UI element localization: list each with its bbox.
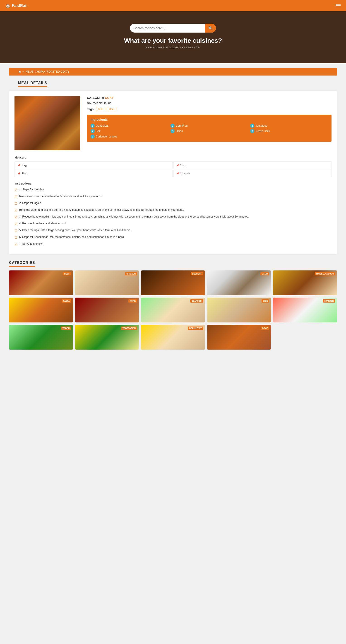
instruction-item: ☑1. Steps for the Meat: — [15, 188, 331, 192]
meal-category: CATEGORY: GOAT — [87, 96, 331, 100]
category-badge: MISCELLANEOUS — [315, 272, 335, 276]
ingredient-name: Goat Meat — [96, 124, 108, 127]
category-badge: DESSERT — [191, 272, 203, 276]
breadcrumb-separator: » — [23, 70, 25, 73]
instruction-icon: ☑ — [15, 215, 18, 220]
instruction-text: 1. Steps for the Meat: — [19, 188, 45, 192]
category-item[interactable]: SEAFOOD — [141, 298, 205, 322]
category-item[interactable]: MISCELLANEOUS — [273, 270, 337, 295]
ingredient-item: 5Onion — [170, 129, 248, 133]
breadcrumb-current: MBUZI CHOMA (ROASTED GOAT) — [26, 70, 69, 73]
ingredient-item: 6Green Chilli — [250, 129, 328, 133]
category-label: CATEGORY: — [87, 96, 104, 100]
hero-section: 🔍 What are your favorite cuisines? PERSO… — [0, 11, 346, 63]
instruction-item: ☑4. Remove from heat and allow to cool. — [15, 222, 331, 226]
hero-subheading: PERSONALIZE YOUR EXPERIENCE — [124, 46, 222, 49]
ingredient-number: 3 — [250, 124, 254, 128]
ingredient-name: Tomatoes — [255, 124, 267, 127]
instruction-text: 4. Remove from heat and allow to cool. — [19, 222, 66, 226]
meal-details-section: MEAL DETAILS — [9, 76, 337, 91]
instruction-text: Roast meat over medium heat for 50 minut… — [19, 194, 103, 198]
category-item[interactable]: PORK — [75, 298, 139, 322]
category-badge: SEAFOOD — [190, 300, 203, 302]
ingredient-name: Corn Flour — [176, 124, 189, 127]
search-button[interactable]: 🔍 — [205, 24, 216, 32]
categories-grid: BEEF CHICKEN DESSERT LAMB MISCELLANEOUS … — [9, 270, 337, 350]
source-label: Source: — [87, 101, 98, 105]
meal-top: CATEGORY: GOAT Source: Not found Tags: B… — [15, 96, 331, 150]
measure-icon: 📌 — [177, 164, 179, 167]
category-item[interactable]: SIDE — [207, 298, 271, 322]
category-image — [207, 298, 271, 322]
meal-image — [15, 96, 80, 150]
category-item[interactable]: LAMB — [207, 270, 271, 295]
category-item[interactable]: DESSERT — [141, 270, 205, 295]
measure-item: 📌 1 kg — [174, 162, 331, 169]
category-badge: SIDE — [262, 300, 269, 302]
category-item[interactable]: VEGETARIAN — [75, 325, 139, 350]
category-badge: CHICKEN — [125, 272, 137, 276]
instruction-text: 5. Place the ugali into a large serving … — [19, 228, 131, 232]
meal-card: CATEGORY: GOAT Source: Not found Tags: B… — [9, 91, 337, 254]
instruction-icon: ☑ — [15, 201, 18, 206]
ingredient-item: 1Goat Meat — [91, 124, 168, 128]
instruction-icon: ☑ — [15, 222, 18, 226]
ingredient-item: 4Salt — [91, 129, 168, 133]
search-bar: 🔍 — [130, 24, 216, 32]
category-badge: VEGAN — [61, 326, 71, 330]
source-value: Not found — [99, 101, 111, 105]
meal-info: CATEGORY: GOAT Source: Not found Tags: B… — [87, 96, 331, 150]
category-item[interactable]: VEGAN — [9, 325, 73, 350]
breadcrumb: 🏠 » MBUZI CHOMA (ROASTED GOAT) — [9, 68, 337, 76]
ingredient-number: 7 — [91, 134, 95, 138]
ingredient-number: 6 — [250, 129, 254, 133]
category-item[interactable]: BEEF — [9, 270, 73, 295]
hamburger-menu[interactable] — [335, 4, 340, 7]
measure-icon: 📌 — [177, 172, 179, 175]
hero-heading: What are your favorite cuisines? — [124, 37, 222, 44]
category-badge: STARTER — [323, 300, 335, 302]
hero-content: 🔍 What are your favorite cuisines? PERSO… — [124, 24, 222, 49]
category-item[interactable]: PASTA — [9, 298, 73, 322]
tags-label: Tags: — [87, 108, 95, 111]
measure-value-1: 1 kg — [22, 164, 27, 167]
instruction-text: Bring the water and salt to a boil in a … — [19, 208, 184, 212]
measure-value-3: Pinch — [22, 172, 28, 175]
ingredient-number: 2 — [170, 124, 175, 128]
search-input[interactable] — [130, 24, 205, 32]
category-item[interactable]: GOAT — [207, 325, 271, 350]
meal-details-label: MEAL DETAILS — [18, 81, 47, 87]
logo-text: FastEat. — [12, 4, 28, 8]
measure-section: Measure: 📌 1 kg 📌 1 kg 📌 Pinch 📌 1 bunch — [15, 156, 331, 177]
instruction-item: ☑Bring the water and salt to a boil in a… — [15, 208, 331, 213]
instruction-text: 6. Steps for Kachumbari: Mix the tomatoe… — [19, 235, 124, 239]
tag-bbq[interactable]: BBQ — [96, 107, 105, 111]
instruction-item: ☑3. Reduce heat to medium-low and contin… — [15, 214, 331, 220]
ingredient-item: 7Coriander Leaves — [91, 134, 168, 138]
measure-grid: 📌 1 kg 📌 1 kg 📌 Pinch 📌 1 bunch — [15, 162, 331, 177]
ingredient-number: 5 — [170, 129, 175, 133]
category-item[interactable]: BREAKFAST — [141, 325, 205, 350]
instruction-icon: ☑ — [15, 208, 18, 213]
instruction-text: 7. Serve and enjoy! — [19, 242, 43, 246]
ingredients-box: Ingredients 1Goat Meat2Corn Flour3Tomato… — [87, 115, 331, 142]
instructions-section: Instructions: ☑1. Steps for the Meat:☑Ro… — [15, 182, 331, 247]
ingredient-number: 4 — [91, 129, 95, 133]
instruction-icon: ☑ — [15, 228, 18, 233]
instructions-label: Instructions: — [15, 182, 331, 185]
measure-label: Measure: — [15, 156, 331, 159]
category-badge: PASTA — [62, 300, 71, 302]
ingredient-item: 3Tomatoes — [250, 124, 328, 128]
category-item[interactable]: STARTER — [273, 298, 337, 322]
tag-meat[interactable]: Meat — [107, 107, 116, 111]
instruction-text: 2. Steps for Ugali: — [19, 201, 41, 205]
category-badge: PORK — [128, 300, 137, 302]
meal-source: Source: Not found — [87, 101, 331, 105]
header: 🏠 FastEat. — [0, 0, 346, 11]
category-badge: GOAT — [261, 326, 269, 330]
home-icon: 🏠 — [6, 3, 11, 8]
breadcrumb-home-icon[interactable]: 🏠 — [18, 70, 22, 73]
category-item[interactable]: CHICKEN — [75, 270, 139, 295]
measure-item: 📌 1 bunch — [174, 170, 331, 177]
ingredients-grid: 1Goat Meat2Corn Flour3Tomatoes4Salt5Onio… — [91, 124, 328, 138]
